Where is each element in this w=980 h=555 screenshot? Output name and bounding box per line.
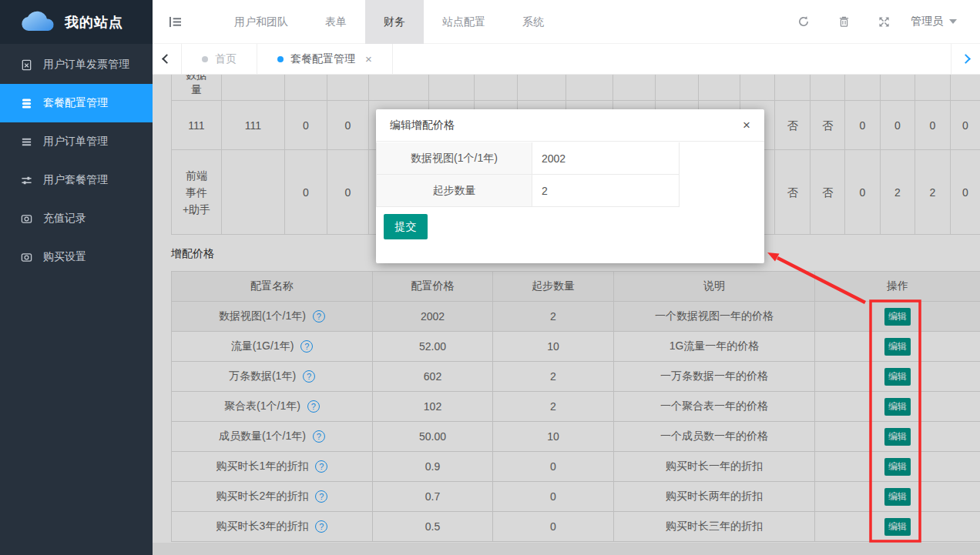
tab-package-config[interactable]: 套餐配置管理 × — [257, 44, 393, 74]
sidebar-item-label: 用户套餐管理 — [43, 173, 108, 187]
top-navbar: 用户和团队 表单 财务 站点配置 系统 管理员 — [153, 0, 980, 44]
sidebar-item-label: 用户订单管理 — [43, 135, 108, 149]
trash-icon[interactable] — [827, 0, 860, 44]
sidebar-item-package-config[interactable]: 套餐配置管理 — [0, 84, 153, 122]
app-title: 我的站点 — [65, 13, 123, 32]
form-row: 起步数量 — [377, 175, 679, 207]
tab-dot-icon — [277, 56, 284, 62]
user-package-sliders-icon — [20, 174, 32, 186]
navbar-right-tools: 管理员 — [787, 0, 980, 44]
tabs-scroll-left-icon[interactable] — [153, 44, 182, 74]
purchase-settings-icon — [20, 251, 32, 263]
app-logo: 我的站点 — [0, 0, 153, 44]
top-nav-menu: 用户和团队 表单 财务 站点配置 系统 — [216, 0, 562, 44]
min-quantity-input[interactable] — [532, 175, 679, 206]
tab-home[interactable]: 首页 — [182, 44, 257, 74]
sidebar-item-invoice-management[interactable]: 用户订单发票管理 — [0, 45, 153, 84]
tab-label: 首页 — [215, 52, 237, 66]
tab-bar: 首页 套餐配置管理 × — [153, 44, 980, 75]
sidebar: 我的站点 用户订单发票管理 套餐配置管理 用户订单管理 用户套餐管理 充值记录 — [0, 0, 153, 555]
sidebar-item-label: 套餐配置管理 — [43, 96, 108, 110]
nav-item-site-config[interactable]: 站点配置 — [424, 0, 504, 44]
order-list-icon — [20, 135, 32, 148]
form-row: 数据视图(1个/1年) — [377, 142, 679, 175]
modal-header: 编辑增配价格 × — [376, 109, 764, 142]
modal-form: 数据视图(1个/1年) 起步数量 — [376, 142, 679, 207]
modal-title: 编辑增配价格 — [390, 119, 455, 132]
user-name: 管理员 — [911, 15, 943, 28]
recharge-record-icon — [20, 212, 32, 225]
sidebar-item-label: 购买设置 — [43, 250, 86, 264]
nav-item-users-teams[interactable]: 用户和团队 — [216, 0, 307, 44]
refresh-icon[interactable] — [787, 0, 820, 44]
edit-addon-price-modal: 编辑增配价格 × 数据视图(1个/1年) 起步数量 提交 — [376, 109, 764, 263]
sidebar-item-label: 用户订单发票管理 — [43, 58, 129, 72]
tab-dot-icon — [202, 56, 208, 62]
field-label: 起步数量 — [377, 175, 532, 207]
field-label: 数据视图(1个/1年) — [377, 142, 532, 175]
sidebar-item-purchase-settings[interactable]: 购买设置 — [0, 238, 153, 276]
invoice-file-icon — [20, 59, 32, 71]
nav-item-forms[interactable]: 表单 — [307, 0, 365, 44]
sidebar-item-recharge-records[interactable]: 充值记录 — [0, 199, 153, 238]
tab-close-icon[interactable]: × — [365, 53, 372, 65]
submit-button[interactable]: 提交 — [384, 214, 428, 239]
close-icon[interactable]: × — [743, 119, 750, 132]
sidebar-item-user-packages[interactable]: 用户套餐管理 — [0, 161, 153, 199]
sidebar-item-user-orders[interactable]: 用户订单管理 — [0, 122, 153, 161]
package-stack-icon — [20, 97, 32, 109]
nav-item-system[interactable]: 系统 — [504, 0, 562, 44]
config-price-input[interactable] — [532, 142, 679, 174]
tabs-scroll-right-icon[interactable] — [951, 44, 980, 74]
chevron-down-icon — [949, 19, 957, 24]
nav-item-finance[interactable]: 财务 — [365, 0, 424, 44]
tab-label: 套餐配置管理 — [290, 52, 355, 66]
fullscreen-icon[interactable] — [868, 0, 900, 44]
cloud-logo-icon — [20, 9, 55, 35]
user-menu[interactable]: 管理员 — [908, 15, 960, 28]
collapse-sidebar-icon[interactable] — [153, 0, 197, 44]
sidebar-item-label: 充值记录 — [43, 212, 86, 226]
